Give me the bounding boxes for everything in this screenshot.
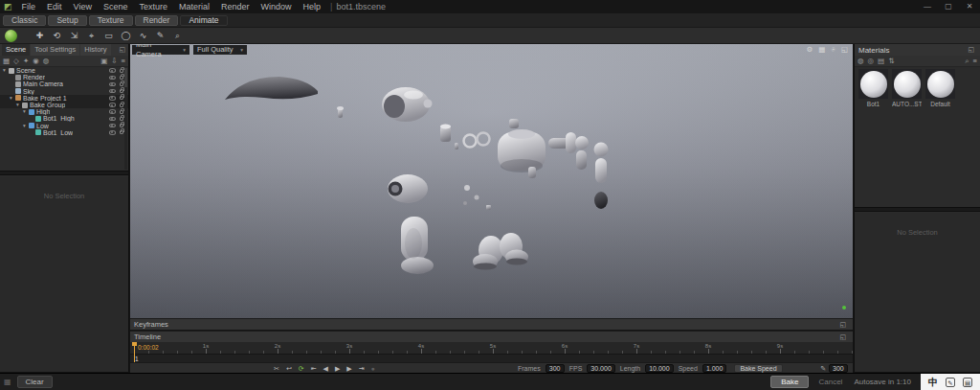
viewport-grid-icon[interactable]: ▦	[818, 45, 825, 55]
visibility-eye-icon[interactable]	[109, 82, 116, 87]
popout-icon[interactable]: ◱	[968, 46, 977, 54]
new-material-icon[interactable]: ◍	[858, 57, 864, 65]
keyframes-panel-header[interactable]: Keyframes ◱	[130, 318, 853, 330]
rotate-tool[interactable]: ⟲	[51, 30, 63, 42]
menu-render[interactable]: Render	[215, 0, 256, 13]
maximize-icon[interactable]: ▢	[938, 0, 959, 13]
workspace-tab-texture[interactable]: Texture	[89, 15, 133, 26]
fps-input[interactable]: 30.000	[587, 364, 614, 373]
robot-shoulder-mesh[interactable]	[548, 132, 576, 153]
import-icon[interactable]: ⇩	[111, 57, 117, 65]
popout-icon[interactable]: ◱	[841, 45, 848, 55]
popout-icon[interactable]: ◱	[839, 321, 849, 329]
menu-view[interactable]: View	[68, 0, 98, 13]
search-icon[interactable]: ⌕	[965, 57, 969, 66]
popout-icon[interactable]: ◱	[839, 333, 849, 341]
filter-mesh-icon[interactable]: ◇	[13, 57, 19, 65]
tree-item-bot1-low[interactable]: Bot1_Low	[0, 129, 128, 136]
lock-icon[interactable]	[120, 89, 124, 93]
tree-item-render[interactable]: Render	[0, 74, 128, 80]
bake-button[interactable]: Bake	[770, 376, 809, 388]
scene-panel-splitter[interactable]	[0, 171, 128, 175]
tree-item-sky[interactable]: Sky	[0, 88, 128, 95]
workspace-tab-setup[interactable]: Setup	[48, 15, 86, 26]
pencil-icon[interactable]: ✎	[820, 365, 826, 373]
visibility-eye-icon[interactable]	[109, 68, 116, 73]
tree-item-bake-project-1[interactable]: ▾Bake Project 1	[0, 95, 128, 102]
sort-icon[interactable]: ⇅	[888, 57, 894, 65]
robot-pelvis-mesh[interactable]	[388, 174, 428, 203]
zoom-tool[interactable]: ⌕	[171, 30, 184, 42]
lock-icon[interactable]	[120, 110, 124, 114]
visibility-eye-icon[interactable]	[109, 117, 116, 122]
visibility-eye-icon[interactable]	[109, 109, 116, 114]
workspace-tab-animate[interactable]: Animate	[180, 15, 227, 26]
cancel-button[interactable]: Cancel	[818, 378, 842, 386]
scene-tree-scrollbar[interactable]	[124, 68, 127, 170]
robot-leg-mesh[interactable]	[401, 217, 434, 274]
clear-button[interactable]: Clear	[17, 376, 53, 388]
filter-camera-icon[interactable]: ◉	[33, 57, 39, 65]
panel-tab-history[interactable]: History	[80, 44, 110, 56]
speed-input[interactable]: 1.000	[702, 364, 727, 373]
timeline-panel-header[interactable]: Timeline ◱	[130, 331, 853, 342]
lock-icon[interactable]	[120, 117, 124, 121]
select-ellipse-tool[interactable]: ◯	[120, 30, 132, 42]
minimize-icon[interactable]: —	[917, 0, 938, 13]
length-input[interactable]: 10.000	[645, 364, 673, 373]
lock-icon[interactable]	[120, 130, 124, 134]
playhead[interactable]	[134, 342, 135, 362]
lock-icon[interactable]	[120, 76, 124, 80]
panel-tab-scene[interactable]: Scene	[2, 44, 30, 56]
render-sphere-button[interactable]	[5, 30, 17, 42]
select-paint-tool[interactable]: ✎	[154, 30, 167, 42]
robot-cylinder-mesh[interactable]	[440, 125, 458, 150]
close-icon[interactable]: ✕	[959, 0, 980, 13]
visibility-eye-icon[interactable]	[109, 103, 116, 107]
pen-icon[interactable]: ✎	[946, 378, 955, 387]
menu-file[interactable]: File	[16, 0, 42, 13]
robot-screw-mesh-1[interactable]	[337, 106, 344, 118]
timeline-ruler[interactable]: 0:00:02 1s2s3s4s5s6s7s8s9s	[130, 342, 853, 354]
menu-scene[interactable]: Scene	[98, 0, 134, 13]
camera-select-dropdown[interactable]: Main Camera ▾	[132, 45, 189, 55]
robot-hair-mesh[interactable]	[225, 77, 318, 100]
keyboard-icon[interactable]: ▤	[963, 378, 972, 387]
robot-ring-meshes[interactable]	[464, 133, 490, 148]
pivot-tool[interactable]: ⌖	[85, 30, 98, 42]
visibility-eye-icon[interactable]	[109, 89, 116, 94]
popout-icon[interactable]: ◱	[119, 46, 128, 54]
tree-item-scene[interactable]: ▾Scene	[0, 67, 128, 74]
visibility-eye-icon[interactable]	[109, 124, 116, 128]
select-rect-tool[interactable]: ▭	[102, 30, 115, 42]
filter-light-icon[interactable]: ✦	[23, 57, 29, 65]
materials-panel-splitter[interactable]	[855, 207, 980, 212]
options-icon[interactable]: ≡	[122, 57, 125, 65]
material-item-default[interactable]: Default	[925, 69, 955, 107]
scale-tool[interactable]: ⇲	[68, 30, 80, 42]
bake-speed-button[interactable]: Bake Speed	[734, 364, 782, 373]
workspace-tab-render[interactable]: Render	[135, 15, 179, 26]
quality-select-dropdown[interactable]: Full Quality ▾	[193, 45, 247, 55]
material-folder-icon[interactable]: ▤	[878, 57, 884, 65]
robot-small-parts[interactable]	[463, 167, 536, 210]
menu-edit[interactable]: Edit	[41, 0, 68, 13]
tree-item-high[interactable]: ▾High	[0, 108, 128, 115]
menu-icon[interactable]: ≡	[973, 57, 977, 65]
menu-help[interactable]: Help	[298, 0, 327, 13]
viewport-3d[interactable]: Main Camera ▾ Full Quality ▾ ⚙▦⍟◱	[130, 44, 853, 318]
material-item-auto-ster[interactable]: AUTO...STER	[892, 69, 922, 107]
pin-icon[interactable]: ⍟	[831, 45, 835, 55]
menu-window[interactable]: Window	[256, 0, 298, 13]
lock-icon[interactable]	[120, 96, 124, 100]
move-tool[interactable]: ✚	[33, 30, 46, 42]
lock-icon[interactable]	[120, 124, 124, 127]
filter-all-icon[interactable]: ▦	[3, 57, 10, 65]
tree-item-bake-group[interactable]: ▾Bake Group	[0, 102, 128, 108]
robot-head-mesh[interactable]	[382, 87, 433, 122]
visibility-eye-icon[interactable]	[109, 96, 116, 101]
robot-arm-mesh-2[interactable]	[594, 143, 609, 210]
tree-item-low[interactable]: ▾Low	[0, 123, 128, 129]
menu-material[interactable]: Material	[173, 0, 215, 13]
robot-torso-mesh[interactable]	[498, 119, 546, 172]
